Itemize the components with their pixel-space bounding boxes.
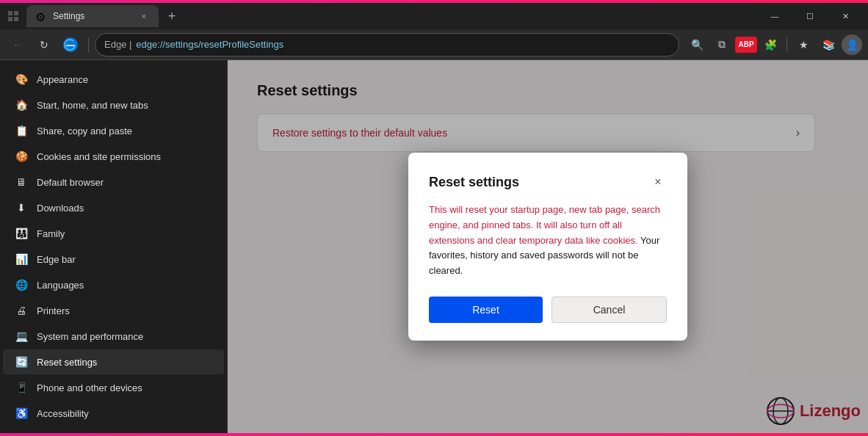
sidebar-label-family: Family bbox=[37, 228, 65, 239]
svg-rect-2 bbox=[8, 17, 12, 21]
cookies-icon: 🍪 bbox=[15, 150, 28, 163]
collections-icon[interactable]: 📚 bbox=[817, 33, 840, 57]
browser-frame: ⚙ Settings × + — ☐ ✕ ← ↻ Edge | edge://s… bbox=[0, 0, 868, 436]
share-copy-icon: 📋 bbox=[15, 124, 28, 137]
page-content: 🎨 Appearance 🏠 Start, home, and new tabs… bbox=[0, 60, 868, 433]
window-app-icon bbox=[6, 9, 21, 23]
sidebar-item-printers[interactable]: 🖨 Printers bbox=[3, 298, 224, 323]
toolbar-separator bbox=[88, 37, 89, 52]
printers-icon: 🖨 bbox=[15, 304, 28, 317]
tab-favicon: ⚙ bbox=[35, 10, 47, 22]
modal-close-button[interactable]: × bbox=[649, 173, 667, 191]
svg-rect-1 bbox=[14, 11, 18, 15]
toolbar: ← ↻ Edge | edge://settings/resetProfileS… bbox=[0, 29, 868, 60]
tab-area: ⚙ Settings × + bbox=[26, 5, 752, 27]
cancel-button[interactable]: Cancel bbox=[551, 297, 667, 323]
sidebar-item-accessibility[interactable]: ♿ Accessibility bbox=[3, 401, 224, 426]
address-bar[interactable]: Edge | edge://settings/resetProfileSetti… bbox=[95, 33, 679, 57]
favorites-icon[interactable]: ★ bbox=[792, 33, 815, 57]
edge-logo bbox=[62, 36, 79, 54]
tab-title: Settings bbox=[53, 11, 132, 21]
sidebar-label-phone: Phone and other devices bbox=[37, 382, 142, 393]
svg-rect-3 bbox=[14, 17, 18, 21]
maximize-button[interactable]: ☐ bbox=[793, 5, 827, 27]
modal-actions: Reset Cancel bbox=[429, 297, 667, 323]
sidebar-item-downloads[interactable]: ⬇ Downloads bbox=[3, 195, 224, 220]
sidebar: 🎨 Appearance 🏠 Start, home, and new tabs… bbox=[0, 60, 228, 433]
sidebar-item-about[interactable]: ℹ About Microsoft Edge bbox=[3, 426, 224, 433]
reset-button[interactable]: Reset bbox=[429, 297, 543, 323]
sidebar-item-languages[interactable]: 🌐 Languages bbox=[3, 272, 224, 297]
sidebar-item-cookies[interactable]: 🍪 Cookies and site permissions bbox=[3, 144, 224, 169]
sidebar-label-printers: Printers bbox=[37, 305, 70, 316]
sidebar-item-phone[interactable]: 📱 Phone and other devices bbox=[3, 375, 224, 400]
reset-settings-modal: Reset settings × This will reset your st… bbox=[408, 153, 687, 341]
sidebar-item-appearance[interactable]: 🎨 Appearance bbox=[3, 67, 224, 92]
family-icon: 👨‍👩‍👧 bbox=[15, 227, 28, 240]
window-controls: — ☐ ✕ bbox=[758, 5, 862, 27]
settings-tab[interactable]: ⚙ Settings × bbox=[26, 5, 159, 27]
reload-button[interactable]: ↻ bbox=[32, 33, 56, 57]
sidebar-label-edge-bar: Edge bar bbox=[37, 254, 76, 265]
start-home-icon: 🏠 bbox=[15, 98, 28, 112]
address-path: edge://settings/resetProfileSettings bbox=[136, 39, 283, 50]
phone-icon: 📱 bbox=[15, 381, 28, 394]
sidebar-label-system: System and performance bbox=[37, 331, 143, 342]
close-button[interactable]: ✕ bbox=[828, 5, 862, 27]
default-browser-icon: 🖥 bbox=[15, 175, 28, 189]
main-area: Reset settings Restore settings to their… bbox=[228, 60, 868, 433]
new-tab-button[interactable]: + bbox=[162, 6, 182, 26]
sidebar-label-accessibility: Accessibility bbox=[37, 408, 89, 419]
sidebar-item-system[interactable]: 💻 System and performance bbox=[3, 324, 224, 349]
edge-bar-icon: 📊 bbox=[15, 252, 28, 266]
sidebar-item-edge-bar[interactable]: 📊 Edge bar bbox=[3, 247, 224, 272]
modal-warning-text: This will reset your startup page, new t… bbox=[429, 204, 660, 246]
sidebar-label-reset-settings: Reset settings bbox=[37, 357, 97, 368]
sidebar-item-default-browser[interactable]: 🖥 Default browser bbox=[3, 170, 224, 195]
system-icon: 💻 bbox=[15, 330, 28, 343]
modal-body: This will reset your startup page, new t… bbox=[429, 203, 667, 279]
sidebar-label-appearance: Appearance bbox=[37, 74, 88, 85]
split-screen-icon[interactable]: ⧉ bbox=[710, 33, 734, 57]
search-icon[interactable]: 🔍 bbox=[685, 33, 709, 57]
sidebar-item-reset-settings[interactable]: 🔄 Reset settings bbox=[3, 349, 224, 374]
abp-badge[interactable]: ABP bbox=[735, 37, 757, 53]
svg-rect-0 bbox=[8, 11, 12, 15]
reset-settings-icon: 🔄 bbox=[15, 355, 28, 368]
title-bar: ⚙ Settings × + — ☐ ✕ bbox=[0, 3, 868, 29]
accessibility-icon: ♿ bbox=[15, 407, 28, 420]
sidebar-label-default-browser: Default browser bbox=[37, 177, 104, 188]
bottom-accent-bar bbox=[0, 433, 868, 436]
sidebar-item-share-copy[interactable]: 📋 Share, copy and paste bbox=[3, 118, 224, 143]
sidebar-item-family[interactable]: 👨‍👩‍👧 Family bbox=[3, 221, 224, 246]
back-button[interactable]: ← bbox=[6, 33, 29, 57]
sidebar-item-start-home[interactable]: 🏠 Start, home, and new tabs bbox=[3, 92, 224, 117]
sidebar-label-start-home: Start, home, and new tabs bbox=[37, 100, 148, 111]
profile-avatar[interactable]: 👤 bbox=[842, 34, 862, 55]
extensions-icon[interactable]: 🧩 bbox=[759, 33, 782, 57]
minimize-button[interactable]: — bbox=[758, 5, 792, 27]
address-scheme: Edge | bbox=[104, 39, 131, 50]
sidebar-label-share-copy: Share, copy and paste bbox=[37, 126, 132, 137]
languages-icon: 🌐 bbox=[15, 278, 28, 291]
appearance-icon: 🎨 bbox=[15, 73, 28, 86]
modal-overlay[interactable]: Reset settings × This will reset your st… bbox=[228, 60, 868, 433]
toolbar-separator-2 bbox=[786, 37, 787, 52]
downloads-icon: ⬇ bbox=[15, 201, 28, 214]
sidebar-label-cookies: Cookies and site permissions bbox=[37, 151, 161, 162]
sidebar-label-downloads: Downloads bbox=[37, 203, 84, 214]
modal-title: Reset settings bbox=[429, 175, 519, 190]
sidebar-label-languages: Languages bbox=[37, 280, 84, 291]
modal-header: Reset settings × bbox=[429, 173, 667, 191]
toolbar-icons: 🔍 ⧉ ABP 🧩 ★ 📚 👤 bbox=[685, 33, 862, 57]
tab-close-button[interactable]: × bbox=[138, 10, 150, 22]
